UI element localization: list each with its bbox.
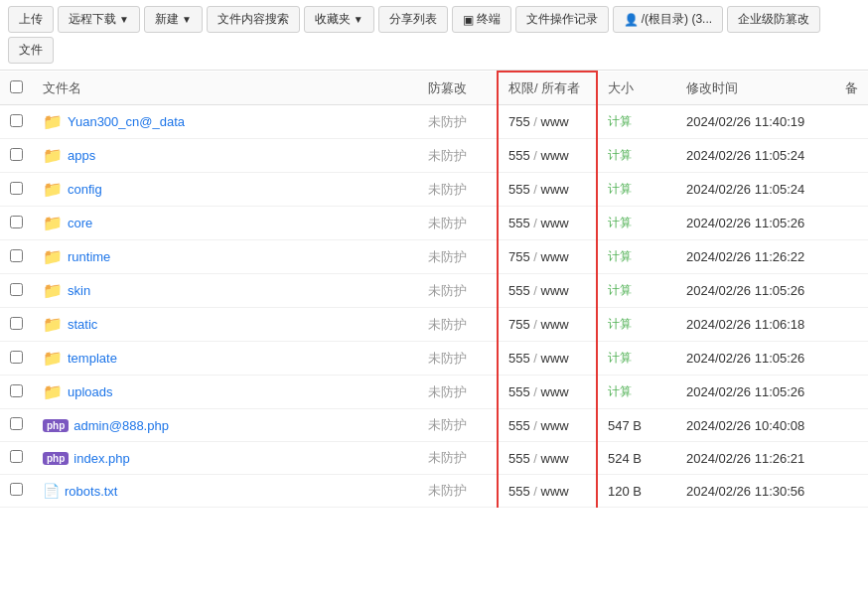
size-calculate-link[interactable]: 计算 bbox=[608, 317, 632, 331]
size-calculate-link[interactable]: 计算 bbox=[608, 283, 632, 297]
filename-link[interactable]: runtime bbox=[68, 249, 110, 264]
size-value: 524 B bbox=[608, 451, 642, 466]
dropdown-arrow-icon: ▼ bbox=[354, 14, 363, 25]
owner-value: www bbox=[541, 451, 569, 466]
select-all-checkbox[interactable] bbox=[10, 80, 23, 93]
extra-cell bbox=[835, 409, 868, 442]
owner-value: www bbox=[541, 384, 569, 399]
filename-cell: 📁Yuan300_cn@_data bbox=[33, 105, 418, 139]
size-calculate-link[interactable]: 计算 bbox=[608, 182, 632, 196]
row-checkbox[interactable] bbox=[10, 351, 23, 364]
filename-link[interactable]: admin@888.php bbox=[73, 418, 169, 433]
row-checkbox[interactable] bbox=[10, 182, 23, 195]
protection-cell: 未防护 bbox=[418, 274, 498, 308]
filename-link[interactable]: index.php bbox=[73, 451, 129, 466]
row-checkbox[interactable] bbox=[10, 283, 23, 296]
protection-status: 未防护 bbox=[428, 351, 467, 366]
protection-cell: 未防护 bbox=[418, 173, 498, 207]
filename-cell: 📁template bbox=[33, 342, 418, 376]
size-calculate-link[interactable]: 计算 bbox=[608, 384, 632, 398]
favorites-button[interactable]: 收藏夹▼ bbox=[304, 6, 374, 33]
dropdown-arrow-icon: ▼ bbox=[119, 14, 129, 25]
size-calculate-link[interactable]: 计算 bbox=[608, 114, 632, 128]
permissions-separator: / bbox=[530, 249, 541, 264]
row-checkbox-cell bbox=[0, 240, 33, 274]
table-row: phpadmin@888.php未防护555 / www547 B2024/02… bbox=[0, 409, 868, 442]
folder-icon: 📁 bbox=[43, 247, 63, 266]
permissions-separator: / bbox=[530, 351, 541, 366]
size-calculate-link[interactable]: 计算 bbox=[608, 249, 632, 263]
row-checkbox[interactable] bbox=[10, 216, 23, 228]
filename-link[interactable]: apps bbox=[68, 148, 95, 163]
protection-status: 未防护 bbox=[428, 384, 467, 399]
terminal-button[interactable]: ▣ 终端 bbox=[452, 6, 511, 33]
size-calculate-link[interactable]: 计算 bbox=[608, 216, 632, 229]
terminal-label: 终端 bbox=[477, 11, 501, 28]
filename-link[interactable]: template bbox=[68, 351, 117, 366]
enterprise-button[interactable]: 企业级防篡改 bbox=[727, 6, 820, 33]
size-value: 120 B bbox=[608, 484, 642, 499]
row-checkbox-cell bbox=[0, 207, 33, 240]
remote-download-button[interactable]: 远程下载▼ bbox=[58, 6, 140, 33]
filename-link[interactable]: static bbox=[68, 317, 97, 332]
protection-status: 未防护 bbox=[428, 148, 467, 163]
path-button[interactable]: 👤 /(根目录) (3... bbox=[613, 6, 723, 33]
permissions-cell: 555 / www bbox=[498, 139, 597, 173]
remote-download-label: 远程下载 bbox=[69, 11, 116, 28]
table-row: 📁template未防护555 / www计算2024/02/26 11:05:… bbox=[0, 342, 868, 376]
owner-value: www bbox=[541, 484, 569, 499]
file-log-button[interactable]: 文件操作记录 bbox=[515, 6, 609, 33]
size-cell: 计算 bbox=[597, 139, 676, 173]
row-checkbox[interactable] bbox=[10, 148, 23, 161]
permissions-value: 555 bbox=[508, 384, 530, 399]
protection-status: 未防护 bbox=[428, 283, 467, 298]
permissions-cell: 755 / www bbox=[498, 308, 597, 342]
permissions-cell: 555 / www bbox=[498, 173, 597, 207]
permissions-separator: / bbox=[530, 114, 541, 129]
filename-link[interactable]: robots.txt bbox=[65, 484, 117, 499]
row-checkbox[interactable] bbox=[10, 417, 23, 430]
filename-link[interactable]: uploads bbox=[68, 384, 113, 399]
permissions-value: 555 bbox=[508, 148, 530, 163]
file-extra-button[interactable]: 文件 bbox=[8, 37, 54, 64]
row-checkbox[interactable] bbox=[10, 384, 23, 397]
folder-icon: 📁 bbox=[43, 281, 63, 300]
filename-cell: 📄robots.txt bbox=[33, 475, 418, 508]
search-button[interactable]: 文件内容搜索 bbox=[207, 6, 300, 33]
filename-cell: 📁config bbox=[33, 173, 418, 207]
modified-time-value: 2024/02/26 11:05:26 bbox=[686, 351, 804, 366]
row-checkbox-cell bbox=[0, 442, 33, 475]
size-calculate-link[interactable]: 计算 bbox=[608, 351, 632, 365]
filename-link[interactable]: Yuan300_cn@_data bbox=[68, 114, 185, 129]
row-checkbox-cell bbox=[0, 308, 33, 342]
protection-cell: 未防护 bbox=[418, 308, 498, 342]
table-row: 📁apps未防护555 / www计算2024/02/26 11:05:24 bbox=[0, 139, 868, 173]
modified-time-cell: 2024/02/26 11:05:26 bbox=[676, 274, 835, 308]
share-list-button[interactable]: 分享列表 bbox=[378, 6, 448, 33]
filename-link[interactable]: config bbox=[68, 182, 102, 197]
row-checkbox[interactable] bbox=[10, 249, 23, 262]
table-row: 📁static未防护755 / www计算2024/02/26 11:06:18 bbox=[0, 308, 868, 342]
row-checkbox[interactable] bbox=[10, 317, 23, 330]
permissions-separator: / bbox=[530, 182, 541, 197]
row-checkbox[interactable] bbox=[10, 114, 23, 127]
table-row: 📄robots.txt未防护555 / www120 B2024/02/26 1… bbox=[0, 475, 868, 508]
upload-button[interactable]: 上传 bbox=[8, 6, 54, 33]
header-time: 修改时间 bbox=[676, 72, 835, 105]
new-button[interactable]: 新建▼ bbox=[144, 6, 203, 33]
owner-value: www bbox=[541, 249, 569, 264]
size-cell: 计算 bbox=[597, 105, 676, 139]
owner-value: www bbox=[541, 317, 569, 332]
filename-link[interactable]: core bbox=[68, 216, 92, 230]
size-calculate-link[interactable]: 计算 bbox=[608, 148, 632, 162]
protection-status: 未防护 bbox=[428, 114, 467, 129]
table-header-row: 文件名 防篡改 权限/ 所有者 大小 修改时间 备 bbox=[0, 72, 868, 105]
filename-cell: 📁uploads bbox=[33, 376, 418, 409]
row-checkbox[interactable] bbox=[10, 450, 23, 463]
filename-link[interactable]: skin bbox=[68, 283, 90, 298]
owner-value: www bbox=[541, 283, 569, 298]
permissions-value: 555 bbox=[508, 351, 530, 366]
size-cell: 120 B bbox=[597, 475, 676, 508]
row-checkbox[interactable] bbox=[10, 483, 23, 496]
permissions-cell: 555 / www bbox=[498, 442, 597, 475]
